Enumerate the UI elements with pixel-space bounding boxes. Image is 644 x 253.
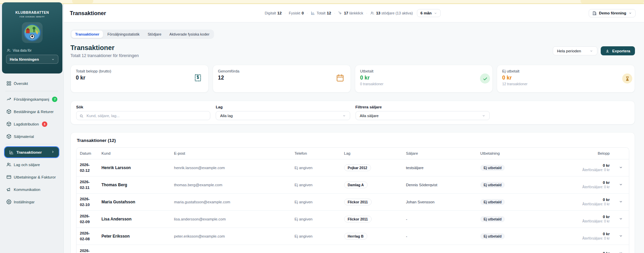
stat-card-sub: 12 transaktioner (502, 82, 630, 86)
table-row[interactable]: 2026-02-10Maria Gustafssonmaria.gustafss… (76, 193, 629, 210)
saljare-select[interactable]: Alla säljare (356, 111, 490, 120)
stat-fysiskt: Fysiskt0 (289, 11, 304, 15)
cell-belopp: 0 kr (579, 245, 613, 253)
sidebar-item-transaktioner[interactable]: Transaktioner (5, 147, 59, 157)
column-header-utbetalning: Utbetalning (477, 148, 579, 159)
filter-card: Sök Lag Alla lag Filtrera säljare (70, 101, 635, 124)
package-icon (6, 134, 11, 139)
scope-select-value: Hela föreningen (10, 57, 39, 61)
stat-card-label: Ej utbetalt (502, 69, 630, 73)
cell-epost: lisa.andersson@example.com (171, 210, 291, 227)
table-row[interactable]: 2026-02-09Lisa Anderssonlisa.andersson@e… (76, 210, 629, 227)
column-header-lag: Lag (341, 148, 403, 159)
stat-card-label: Totalt belopp (brutto) (76, 69, 203, 73)
period-quick-select[interactable]: 6 mån (417, 9, 441, 17)
cell-telefon: Ej angiven (291, 193, 341, 210)
sidebar-item-label: Utbetalningar & Fakturor (14, 175, 56, 179)
cell-kund: Henrik Larsson (98, 159, 170, 176)
stat-card-value: 12 (218, 75, 345, 81)
sidebar-item-kommunikation[interactable]: Kommunikation (3, 184, 61, 195)
sidebar-item-utbetalningar-fakturor[interactable]: Utbetalningar & Fakturor (3, 172, 61, 182)
sidebar-item-s-ljmaterial[interactable]: Säljmaterial (3, 131, 61, 142)
sidebar-item-label: Översikt (14, 82, 28, 86)
cell-lag: Damlag A (341, 176, 403, 193)
tab-f-rs-ljningsstatistik[interactable]: Försäljningsstatistik (104, 31, 143, 38)
notification-badge: 3 (42, 121, 47, 127)
stat-card-utbetalt: Utbetalt0 kr0 transaktioner (355, 65, 493, 93)
tab-bar: TransaktionerFörsäljningsstatistikStödja… (70, 30, 214, 39)
lag-select[interactable]: Alla lag (216, 111, 350, 120)
cell-lag (341, 245, 403, 253)
sidebar-item-lag-och-s-ljare[interactable]: Lag och säljare (3, 159, 61, 170)
column-header-s-ljare: Säljare (402, 148, 477, 159)
stat-card-label: Genomförda (218, 69, 345, 73)
table-title: Transaktioner (12) (77, 138, 629, 143)
expand-row-button[interactable] (613, 193, 629, 210)
chevron-down-icon (51, 58, 55, 61)
stat-card-value: 0 kr (76, 75, 203, 81)
sidebar-item--versikt[interactable]: Översikt (3, 78, 61, 89)
expand-row-button[interactable] (613, 176, 629, 193)
period-select[interactable]: Hela perioden (553, 46, 598, 55)
header-stats: Digitalt12 · Fysiskt0 · Totalt12 · 17 lä… (265, 9, 441, 17)
table-row[interactable]: 2026-02-08Peter Erikssonpeter.eriksson@e… (76, 227, 629, 245)
tab-st-djare[interactable]: Stödjare (144, 31, 165, 38)
cursor-click-icon (338, 11, 342, 15)
sidebar-item-label: Säljmaterial (14, 135, 34, 139)
cell-utbetalning: Ej utbetald (477, 159, 579, 176)
cell-utbetalning: Ej utbetald (477, 176, 579, 193)
column-header-datum: Datum (76, 148, 98, 159)
cell-belopp: 0 krÅterförsäljare: 0 kr (579, 210, 613, 227)
search-input[interactable] (76, 111, 210, 120)
transactions-table: DatumKundE-postTelefonLagSäljareUtbetaln… (76, 148, 629, 253)
cell-epost: maria.gustafsson@example.com (171, 193, 291, 210)
cell-epost: henrik.larsson@example.com (171, 159, 291, 176)
expand-row-button[interactable] (613, 210, 629, 227)
cell-datum: 2026-02-07 (76, 245, 98, 253)
chevron-down-icon (482, 114, 485, 117)
table-row[interactable]: 2026-02-11Thomas Bergthomas.berg@example… (76, 176, 629, 193)
sidebar-item-label: Lagdistribution (14, 122, 39, 126)
sidebar-item-label: Försäljningskampanj (14, 97, 49, 101)
cell-telefon: Ej angiven (291, 210, 341, 227)
cell-saljare: testsäljare (402, 159, 477, 176)
scope-select[interactable]: Hela föreningen (6, 55, 58, 64)
cell-telefon (291, 245, 341, 253)
export-button[interactable]: Exportera (601, 46, 635, 55)
sidebar-item-lagdistribution[interactable]: Lagdistribution3 (3, 119, 61, 129)
demo-banner (0, 0, 644, 4)
filter-search: Sök (76, 105, 210, 120)
cell-utbetalning: Ej utbetald (477, 193, 579, 210)
stat-stodjare: 13 stödjare (13 aktiva) (376, 11, 413, 15)
expand-row-button[interactable] (613, 227, 629, 245)
lag-label: Lag (216, 105, 350, 109)
tab-aktiverade-fysiska-koder[interactable]: Aktiverade fysiska koder (166, 31, 213, 38)
sidebar-item-best-llningar-returer[interactable]: Beställningar & Returer (3, 106, 61, 117)
table-row[interactable]: 2026-02-070 kr (76, 245, 629, 253)
search-label: Sök (76, 105, 210, 109)
club-logo-emblem (23, 23, 41, 42)
notification-badge: 7 (52, 97, 57, 102)
cell-saljare: Johan Svensson (402, 193, 477, 210)
expand-row-button[interactable] (613, 245, 629, 253)
tab-transaktioner[interactable]: Transaktioner (71, 31, 103, 38)
grid-icon (6, 81, 11, 86)
cell-kund: Peter Eriksson (98, 227, 170, 245)
table-row[interactable]: 2026-02-12Henrik Larssonhenrik.larsson@e… (76, 159, 629, 176)
card-icon (6, 174, 11, 180)
expand-row-button[interactable] (613, 159, 629, 176)
cell-lag: Pojkar 2012 (341, 159, 403, 176)
sidebar-item-inst-llningar[interactable]: Inställningar (3, 197, 61, 207)
package-icon (6, 109, 11, 114)
org-select-button[interactable]: Demo förening (589, 9, 636, 17)
org-select-value: Demo förening (599, 11, 626, 15)
cell-epost: peter.eriksson@example.com (171, 227, 291, 245)
visa-data-row: Visa data för (7, 48, 58, 52)
page-title: Transaktioner (70, 44, 139, 52)
cell-utbetalning: Ej utbetald (477, 227, 579, 245)
sidebar-item-f-rs-ljningskampanj[interactable]: Försäljningskampanj7 (3, 94, 61, 104)
stat-digitalt: Digitalt12 (265, 11, 281, 15)
package-icon (6, 121, 11, 127)
cell-belopp: 0 krÅterförsäljare: 0 kr (579, 176, 613, 193)
cell-datum: 2026-02-08 (76, 227, 98, 245)
